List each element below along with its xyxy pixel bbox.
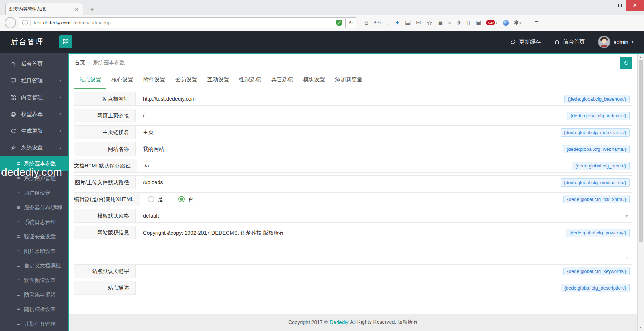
mediasdir-input[interactable]: /uploads bbox=[136, 179, 163, 185]
folder-icon[interactable]: ▣ bbox=[476, 19, 481, 26]
maximize-button[interactable] bbox=[614, 0, 626, 11]
breadcrumb: 首页 › 系统基本参数 ↻ bbox=[69, 54, 637, 72]
tab-site-settings[interactable]: 站点设置 bbox=[74, 72, 106, 89]
browser-tab[interactable]: 织梦内容管理系统 × bbox=[5, 3, 83, 15]
form-row-basehost: 站点根网址 http://test.dedediy.com {dede:glob… bbox=[74, 92, 632, 106]
undo-caret-icon[interactable]: ▾ bbox=[379, 21, 381, 25]
scrollbar-thumb[interactable] bbox=[639, 60, 643, 242]
send-icon[interactable]: ✈ bbox=[457, 19, 461, 26]
tab-performance-options[interactable]: 性能选项 bbox=[234, 72, 266, 89]
bookmark-star-icon[interactable]: ☆ bbox=[427, 19, 432, 27]
menu-icon[interactable]: ≡ bbox=[535, 19, 539, 27]
indexname-input[interactable]: 主页 bbox=[136, 129, 154, 136]
adblock-icon[interactable]: ABP▾ bbox=[486, 20, 497, 25]
sidebar-item-columns[interactable]: 栏目管理 ▾ bbox=[0, 72, 68, 89]
download-icon[interactable]: ↓ bbox=[387, 20, 390, 26]
field-label: 网站名称 bbox=[74, 142, 136, 156]
scroll-down-icon[interactable]: ▼ bbox=[638, 326, 644, 329]
sidebar-subitem-security[interactable]: ≡ 验证安全设置 bbox=[0, 229, 68, 244]
footer-brand[interactable]: Dedediy bbox=[330, 319, 348, 325]
page-footer: Copyright 2017 © Dedediy All Rights Rese… bbox=[69, 314, 637, 331]
select-caret-icon[interactable]: ▾ bbox=[625, 214, 628, 218]
url-bar[interactable]: i test.dedediy.com/admin/index.php ✓ bbox=[19, 17, 346, 28]
home-icon bbox=[10, 61, 16, 67]
refresh-button[interactable]: ↻ bbox=[620, 57, 632, 69]
reader-icon[interactable]: ▤ bbox=[405, 19, 411, 26]
sidebar-subitem-users[interactable]: ≡ 系统用户管理 bbox=[0, 171, 68, 186]
url-host: test.dedediy.com bbox=[34, 20, 70, 25]
form-row-webname: 网站名称 我的网站 {dede:global.cfg_webname/} bbox=[74, 142, 632, 156]
sidebar-subitem-software-channel[interactable]: ≡ 软件频道设置 bbox=[0, 273, 68, 287]
description-textarea[interactable]: {dede:global.cfg_description/} bbox=[136, 281, 632, 308]
sidebar-toggle-icon[interactable]: ▯ bbox=[467, 19, 470, 26]
new-tab-button[interactable]: + bbox=[87, 5, 97, 13]
browser-window: 织梦内容管理系统 × + – × ← i test.dedediy.com/ad… bbox=[0, 0, 644, 331]
app-title: 后台管理 bbox=[11, 37, 44, 47]
security-shield-icon[interactable]: ✓ bbox=[336, 20, 342, 26]
template-style-select[interactable]: default bbox=[136, 213, 159, 219]
thunderbird-icon[interactable]: ✦ bbox=[395, 19, 400, 26]
tab-add-variable[interactable]: 添加新变量 bbox=[330, 72, 367, 89]
home-icon[interactable]: ⌂ bbox=[364, 19, 368, 27]
minimize-button[interactable]: – bbox=[602, 0, 614, 11]
clipboard-icon[interactable]: ≣ bbox=[438, 19, 443, 26]
sidebar-subitem-custom-fields[interactable]: ≡ 自定义文档属性 bbox=[0, 258, 68, 273]
indexurl-input[interactable]: / bbox=[136, 113, 144, 118]
basehost-input[interactable]: http://test.dedediy.com bbox=[136, 96, 196, 102]
back-icon[interactable]: ← bbox=[5, 17, 16, 28]
vertical-scrollbar[interactable]: ▲ ▼ bbox=[637, 54, 644, 331]
chevron-down-icon: ▾ bbox=[59, 112, 61, 116]
breadcrumb-home[interactable]: 首页 bbox=[74, 59, 85, 66]
powerby-textarea[interactable]: Copyright &copy; 2002-2017 DEDECMS. 织梦科技… bbox=[136, 226, 632, 261]
sidebar-item-models[interactable]: 模型表单 ▾ bbox=[0, 106, 68, 122]
radio-checked-icon[interactable] bbox=[178, 196, 185, 202]
sidebar-subitem-random-template[interactable]: ≡ 随机模板设置 bbox=[0, 302, 68, 316]
template-tag: {dede:global.cfg_powerby/} bbox=[566, 229, 630, 237]
field-label: 主页链接名 bbox=[74, 126, 136, 139]
update-cache-link[interactable]: 更新缓存 bbox=[510, 39, 541, 45]
sidebar-subitem-anticollect[interactable]: ≡ 防采集串混淆 bbox=[0, 287, 68, 302]
form-row-template-style: 模板默认风格 default ▾ bbox=[74, 209, 632, 223]
tab-interaction-settings[interactable]: 互动设置 bbox=[202, 72, 234, 89]
tab-close-icon[interactable]: × bbox=[73, 6, 80, 12]
sidebar-subitem-cron[interactable]: ≡ 计划任务管理 bbox=[0, 316, 68, 331]
mic-orb-icon[interactable] bbox=[503, 20, 509, 26]
user-menu[interactable]: admin ▾ bbox=[598, 36, 633, 48]
tab-other-options[interactable]: 其它选项 bbox=[266, 72, 298, 89]
scroll-up-icon[interactable]: ▲ bbox=[638, 56, 644, 58]
sidebar-item-generate[interactable]: 生成更新 ▾ bbox=[0, 122, 68, 139]
sidebar-subitem-usergroup[interactable]: ≡ 用户组设定 bbox=[0, 186, 68, 200]
arcdir-input[interactable]: /a bbox=[137, 163, 149, 169]
tab-member-settings[interactable]: 会员设置 bbox=[170, 72, 202, 89]
radio-option-no[interactable]: 否 bbox=[178, 196, 193, 203]
sidebar-item-content[interactable]: 内容管理 ▾ bbox=[0, 89, 68, 106]
close-button[interactable]: × bbox=[626, 0, 644, 11]
sidebar-subitem-basic-params[interactable]: ≡ 系统基本参数 bbox=[0, 156, 68, 171]
undo-icon[interactable]: ↶▾ bbox=[374, 19, 381, 26]
sidebar-subitem-server[interactable]: ≡ 服务器分布/远程 bbox=[0, 200, 68, 215]
refresh-icon bbox=[10, 128, 16, 134]
list-icon: ≡ bbox=[17, 161, 20, 166]
webname-input[interactable]: 我的网站 bbox=[136, 146, 164, 153]
site-info-icon[interactable]: i bbox=[22, 20, 28, 25]
browser-titlebar: 织梦内容管理系统 × + – × bbox=[0, 0, 644, 15]
sidebar-item-dashboard[interactable]: 后台首页 bbox=[0, 56, 68, 72]
resize-handle-icon[interactable]: ⋰ bbox=[625, 255, 630, 260]
extension-icon[interactable]: ✱▾ bbox=[514, 19, 521, 26]
chevron-up-icon: ▴ bbox=[59, 146, 61, 149]
tab-core-settings[interactable]: 核心设置 bbox=[106, 72, 138, 89]
sidebar-subitem-watermark[interactable]: ≡ 图片水印设置 bbox=[0, 244, 68, 258]
sidebar-subitem-logs[interactable]: ≡ 系统日志管理 bbox=[0, 215, 68, 229]
dashboard-grid-button[interactable] bbox=[59, 35, 72, 48]
gear-icon bbox=[10, 144, 16, 151]
tab-module-settings[interactable]: 模块设置 bbox=[298, 72, 330, 89]
rss-icon[interactable]: ≈ bbox=[448, 20, 451, 26]
sidebar-item-system[interactable]: 系统设置 ▴ bbox=[0, 139, 68, 156]
tab-attachment-settings[interactable]: 附件设置 bbox=[138, 72, 170, 89]
radio-option-yes[interactable]: 是 bbox=[148, 196, 163, 203]
mail-icon[interactable]: ✉ bbox=[416, 19, 421, 26]
template-tag: {dede:global.cfg_webname/} bbox=[563, 145, 630, 153]
front-home-link[interactable]: 前台首页 bbox=[554, 39, 585, 45]
reload-icon[interactable]: ↻ bbox=[346, 17, 356, 28]
radio-unchecked-icon[interactable] bbox=[148, 196, 154, 202]
